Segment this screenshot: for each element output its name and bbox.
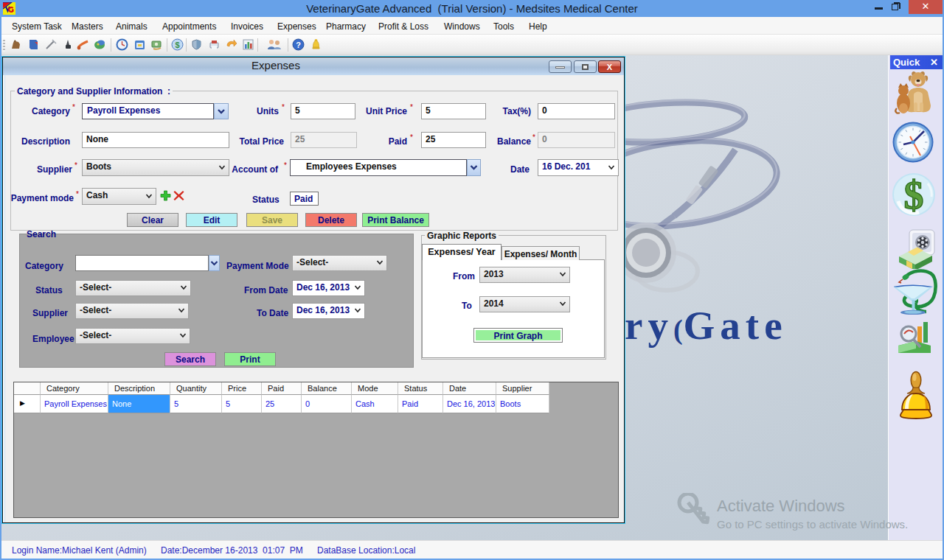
svg-text:$: $ [904, 173, 924, 217]
svg-text:?: ? [296, 41, 301, 49]
svg-text:$: $ [175, 41, 179, 49]
